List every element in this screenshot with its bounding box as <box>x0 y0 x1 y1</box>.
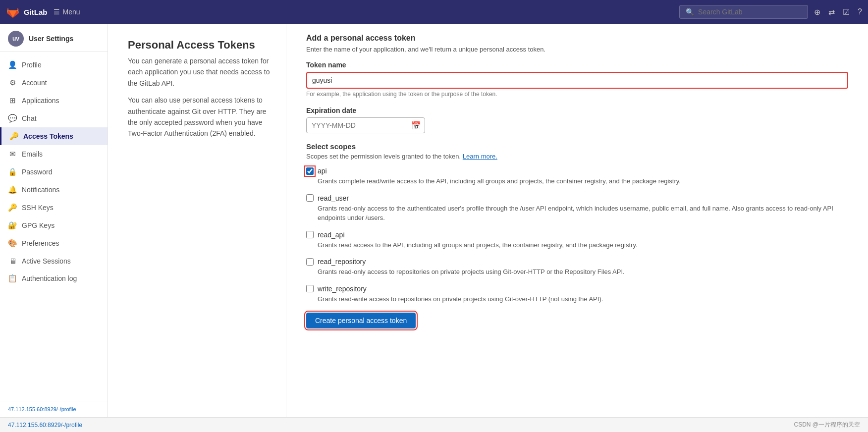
profile-icon: 👤 <box>8 60 17 69</box>
watermark: CSDN @一片程序的天空 <box>794 421 860 429</box>
gpg-keys-icon: 🔐 <box>8 221 17 230</box>
sidebar-url: 47.112.155.60:8929/-/profile <box>8 406 100 412</box>
top-navigation: GitLab ☰ Menu 🔍 ⊕ ⇄ ☑ ? <box>0 0 868 24</box>
scope-read-api-desc: Grants read access to the API, including… <box>318 240 848 250</box>
password-icon: 🔒 <box>8 167 17 176</box>
ssh-keys-icon: 🔑 <box>8 203 17 212</box>
avatar: uv <box>8 31 24 47</box>
scope-api-desc: Grants complete read/write access to the… <box>318 176 848 186</box>
scope-read-user-label[interactable]: read_user <box>318 194 349 202</box>
token-name-label: Token name <box>306 61 848 69</box>
sidebar-item-label: Active Sessions <box>22 257 71 265</box>
scope-read-api-checkbox[interactable] <box>306 231 314 238</box>
sidebar-item-label: GPG Keys <box>22 221 54 229</box>
sidebar-item-profile[interactable]: 👤 Profile <box>0 56 108 74</box>
scope-read-user-checkbox[interactable] <box>306 194 314 202</box>
sidebar-item-label: Password <box>22 168 52 176</box>
sidebar-item-account[interactable]: ⚙ Account <box>0 74 108 92</box>
hamburger-icon: ☰ <box>54 8 60 16</box>
sidebar-item-emails[interactable]: ✉ Emails <box>0 145 108 163</box>
nav-icons: ⊕ ⇄ ☑ ? <box>814 7 862 17</box>
scope-api-label[interactable]: api <box>318 167 327 175</box>
sidebar-item-label: SSH Keys <box>22 204 54 212</box>
sidebar-bottom: 47.112.155.60:8929/-/profile <box>0 401 108 417</box>
preferences-icon: 🎨 <box>8 239 17 248</box>
search-icon: 🔍 <box>686 8 694 16</box>
scope-read-repository-desc: Grants read-only access to repositories … <box>318 267 848 277</box>
active-sessions-icon: 🖥 <box>8 257 17 265</box>
sidebar-item-label: Preferences <box>22 239 59 247</box>
sidebar-item-applications[interactable]: ⊞ Applications <box>0 92 108 109</box>
plus-icon[interactable]: ⊕ <box>814 7 820 17</box>
scope-read-repository-label[interactable]: read_repository <box>318 258 366 266</box>
scope-read-api: read_api Grants read access to the API, … <box>306 231 848 250</box>
sidebar-item-preferences[interactable]: 🎨 Preferences <box>0 234 108 252</box>
sidebar-item-label: Chat <box>22 114 37 122</box>
sidebar-item-active-sessions[interactable]: 🖥 Active Sessions <box>0 252 108 270</box>
sidebar-item-password[interactable]: 🔒 Password <box>0 163 108 181</box>
search-bar[interactable]: 🔍 <box>679 5 808 19</box>
sidebar-item-label: Access Tokens <box>23 132 73 140</box>
merge-request-icon[interactable]: ⇄ <box>828 7 835 17</box>
sidebar: uv User Settings 👤 Profile ⚙ Account ⊞ A… <box>0 24 108 417</box>
sidebar-item-gpg-keys[interactable]: 🔐 GPG Keys <box>0 216 108 234</box>
account-icon: ⚙ <box>8 78 17 87</box>
auth-log-icon: 📋 <box>8 274 17 283</box>
todo-icon[interactable]: ☑ <box>843 7 850 17</box>
scopes-group: Select scopes Scopes set the permission … <box>306 142 848 304</box>
notifications-icon: 🔔 <box>8 185 17 194</box>
sidebar-item-label: Account <box>22 79 47 87</box>
gitlab-logo[interactable]: GitLab <box>6 5 48 19</box>
sidebar-item-access-tokens[interactable]: 🔑 Access Tokens <box>0 127 108 145</box>
sidebar-item-chat[interactable]: 💬 Chat <box>0 109 108 127</box>
scope-write-repository-checkbox[interactable] <box>306 285 314 292</box>
sidebar-item-notifications[interactable]: 🔔 Notifications <box>0 181 108 199</box>
add-token-desc: Enter the name of your application, and … <box>306 46 848 53</box>
page-title: Personal Access Tokens <box>128 39 271 52</box>
scope-read-user: read_user Grants read-only access to the… <box>306 194 848 223</box>
sidebar-section-title: User Settings <box>29 35 73 43</box>
scope-read-repository-checkbox[interactable] <box>306 258 314 266</box>
menu-button[interactable]: ☰ Menu <box>54 8 80 16</box>
sidebar-header: uv User Settings <box>0 24 108 52</box>
sidebar-item-ssh-keys[interactable]: 🔑 SSH Keys <box>0 199 108 216</box>
expiration-date-input[interactable] <box>306 117 425 133</box>
access-tokens-icon: 🔑 <box>9 132 18 141</box>
scopes-title: Select scopes <box>306 142 848 151</box>
scope-read-user-desc: Grants read-only access to the authentic… <box>318 204 848 223</box>
token-name-hint: For example, the application using the t… <box>306 91 848 98</box>
emails-icon: ✉ <box>8 150 17 159</box>
page-description-1: You can generate a personal access token… <box>128 55 271 89</box>
gitlab-logo-icon <box>6 5 20 19</box>
left-panel: Personal Access Tokens You can generate … <box>108 24 286 417</box>
chat-icon: 💬 <box>8 114 17 123</box>
page-layout: uv User Settings 👤 Profile ⚙ Account ⊞ A… <box>0 24 868 417</box>
token-name-input[interactable] <box>306 72 848 89</box>
bottom-bar: 47.112.155.60:8929/-/profile CSDN @一片程序的… <box>0 417 868 432</box>
form-area: Add a personal access token Enter the na… <box>286 24 868 417</box>
content-area: Personal Access Tokens You can generate … <box>108 24 868 417</box>
scope-write-repository-desc: Grants read-write access to repositories… <box>318 294 848 304</box>
scope-read-repository: read_repository Grants read-only access … <box>306 258 848 277</box>
scope-api: api Grants complete read/write access to… <box>306 167 848 186</box>
applications-icon: ⊞ <box>8 96 17 105</box>
sidebar-item-label: Notifications <box>22 186 59 194</box>
scope-api-checkbox[interactable] <box>306 167 314 175</box>
help-icon[interactable]: ? <box>858 7 862 16</box>
token-name-group: Token name For example, the application … <box>306 61 848 98</box>
scope-write-repository: write_repository Grants read-write acces… <box>306 285 848 304</box>
sidebar-item-auth-log[interactable]: 📋 Authentication log <box>0 270 108 287</box>
bottom-url: 47.112.155.60:8929/-/profile <box>8 422 82 429</box>
date-input-wrapper: 📅 <box>306 117 425 133</box>
scopes-desc: Scopes set the permission levels granted… <box>306 153 848 160</box>
add-token-title: Add a personal access token <box>306 34 848 43</box>
create-token-button[interactable]: Create personal access token <box>306 313 416 328</box>
gitlab-wordmark: GitLab <box>24 8 48 16</box>
sidebar-item-label: Applications <box>22 97 59 105</box>
calendar-icon[interactable]: 📅 <box>411 121 421 130</box>
sidebar-item-label: Authentication log <box>22 274 77 282</box>
scope-write-repository-label[interactable]: write_repository <box>318 285 367 293</box>
learn-more-link[interactable]: Learn more. <box>463 153 497 160</box>
scope-read-api-label[interactable]: read_api <box>318 231 345 239</box>
search-input[interactable] <box>698 8 802 16</box>
